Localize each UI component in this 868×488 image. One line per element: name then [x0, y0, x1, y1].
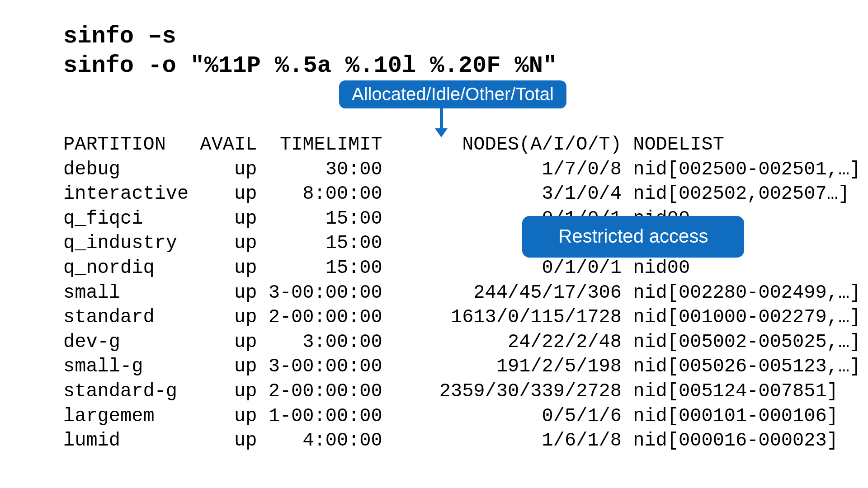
- command-line-1: sinfo –s: [63, 22, 805, 51]
- table-row: largemem up 1-00:00:00 0/5/1/6 nid[00010…: [63, 404, 805, 429]
- table-row: small-g up 3-00:00:00 191/2/5/198 nid[00…: [63, 354, 805, 379]
- table-header-row: PARTITION AVAIL TIMELIMIT NODES(A/I/O/T)…: [63, 132, 805, 157]
- callout-restricted-access: Restricted access: [522, 216, 744, 258]
- callout-aiot: Allocated/Idle/Other/Total: [339, 80, 566, 108]
- arrow-down-icon: [439, 107, 444, 138]
- table-row: dev-g up 3:00:00 24/22/2/48 nid[005002-0…: [63, 330, 805, 355]
- table-row: q_nordiq up 15:00 0/1/0/1 nid00: [63, 256, 805, 281]
- command-line-2: sinfo -o "%11P %.5a %.10l %.20F %N": [63, 51, 805, 80]
- table-row: interactive up 8:00:00 3/1/0/4 nid[00250…: [63, 182, 805, 206]
- slide-container: sinfo –s sinfo -o "%11P %.5a %.10l %.20F…: [0, 0, 868, 488]
- table-row: standard up 2-00:00:00 1613/0/115/1728 n…: [63, 305, 805, 330]
- table-row: small up 3-00:00:00 244/45/17/306 nid[00…: [63, 281, 805, 305]
- table-row: debug up 30:00 1/7/0/8 nid[002500-002501…: [63, 157, 805, 182]
- table-row: standard-g up 2-00:00:00 2359/30/339/272…: [63, 379, 805, 404]
- sinfo-output-table: PARTITION AVAIL TIMELIMIT NODES(A/I/O/T)…: [63, 132, 805, 453]
- table-row: lumid up 4:00:00 1/6/1/8 nid[000016-0000…: [63, 428, 805, 453]
